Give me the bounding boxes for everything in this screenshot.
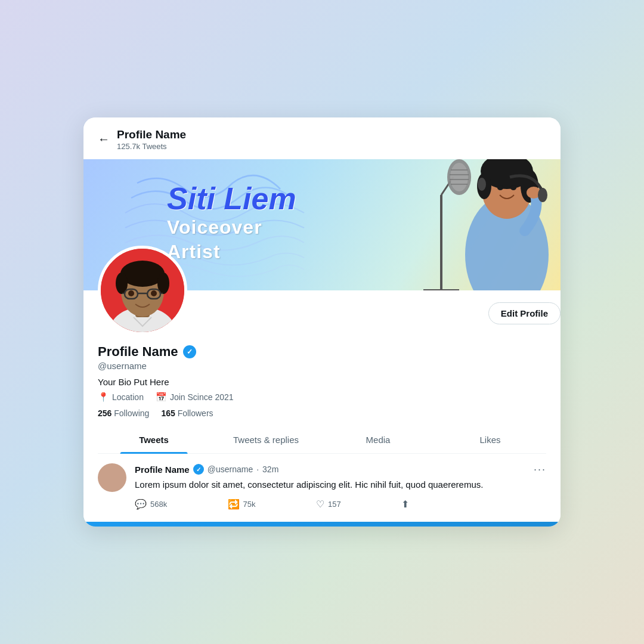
bottom-bar	[83, 522, 561, 527]
tweet-body: Profile Name ✓ @username · 32m ··· Lorem…	[135, 463, 546, 510]
tweet-content: Lorem ipsum dolor sit amet, consectetur …	[135, 478, 546, 492]
banner-figure-svg	[382, 159, 561, 290]
tweet-avatar	[98, 463, 126, 492]
join-date-item: 📅 Join Scince 2021	[156, 392, 234, 402]
location-text: Location	[112, 392, 144, 402]
profile-name-row: Profile Name ✓	[98, 344, 546, 360]
edit-profile-button[interactable]: Edit Profile	[488, 302, 561, 324]
location-item: 📍 Location	[98, 392, 144, 402]
like-count: 157	[328, 500, 341, 509]
svg-point-4	[450, 163, 468, 191]
banner-title-line1: Voiceover	[167, 216, 296, 239]
banner-figure	[382, 159, 561, 290]
retweet-icon: 🔁	[228, 499, 240, 510]
svg-point-18	[538, 188, 547, 202]
tweet-dot: ·	[256, 465, 259, 474]
tweet-author-username: @username	[208, 465, 253, 474]
following-stat[interactable]: 256 Following	[98, 408, 149, 418]
back-button[interactable]: ←	[98, 132, 110, 146]
like-action[interactable]: ♡ 157	[316, 499, 341, 510]
reply-action[interactable]: 💬 568k	[135, 499, 167, 510]
tweet-more-button[interactable]: ···	[534, 463, 546, 476]
like-icon: ♡	[316, 499, 324, 510]
header-title: Profile Name	[117, 128, 186, 142]
location-icon: 📍	[98, 392, 109, 402]
tweet-author-name: Profile Name	[135, 465, 190, 475]
avatar-wrapper	[98, 246, 187, 335]
tweet-verified-badge: ✓	[193, 464, 204, 475]
display-name: Profile Name	[98, 344, 178, 360]
profile-section: Edit Profile Profile Name ✓ @username Yo…	[83, 290, 561, 454]
retweet-action[interactable]: 🔁 75k	[228, 499, 256, 510]
profile-tabs: Tweets Tweets & replies Media Likes	[98, 426, 546, 454]
reply-icon: 💬	[135, 499, 147, 510]
svg-point-16	[510, 185, 516, 190]
verified-badge: ✓	[183, 345, 196, 358]
svg-point-15	[497, 185, 503, 190]
join-date-text: Join Scince 2021	[170, 392, 234, 402]
share-icon: ⬆	[401, 499, 409, 510]
tweet-section: Profile Name ✓ @username · 32m ··· Lorem…	[83, 454, 561, 522]
tweet-time: 32m	[262, 465, 278, 474]
svg-point-33	[151, 290, 157, 296]
calendar-icon: 📅	[156, 392, 167, 402]
header-tweets-count: 125.7k Tweets	[117, 142, 186, 151]
tab-tweets-replies[interactable]: Tweets & replies	[210, 426, 322, 453]
retweet-count: 75k	[243, 500, 256, 509]
tweet-card: Profile Name ✓ @username · 32m ··· Lorem…	[98, 463, 546, 510]
avatar	[98, 246, 187, 335]
tweet-header: Profile Name ✓ @username · 32m ···	[135, 463, 546, 476]
share-action[interactable]: ⬆	[401, 499, 409, 510]
avatar-svg	[101, 249, 184, 332]
svg-point-32	[128, 290, 134, 296]
tab-tweets[interactable]: Tweets	[98, 426, 210, 453]
header-info: Profile Name 125.7k Tweets	[117, 128, 186, 151]
profile-bio: Your Bio Put Here	[98, 377, 546, 387]
profile-meta-info: 📍 Location 📅 Join Scince 2021	[98, 392, 546, 402]
banner-name: Siti Liem	[167, 183, 296, 214]
header-bar: ← Profile Name 125.7k Tweets	[83, 117, 561, 159]
profile-card: ← Profile Name 125.7k Tweets Siti Liem V…	[83, 117, 561, 527]
followers-stat[interactable]: 165 Followers	[161, 408, 213, 418]
reply-count: 568k	[150, 500, 167, 509]
tab-media[interactable]: Media	[322, 426, 434, 453]
follow-stats: 256 Following 165 Followers	[98, 408, 546, 418]
svg-point-19	[478, 178, 486, 191]
tweet-actions: 💬 568k 🔁 75k ♡ 157 ⬆	[135, 499, 409, 510]
profile-username: @username	[98, 361, 546, 371]
tab-likes[interactable]: Likes	[434, 426, 546, 453]
